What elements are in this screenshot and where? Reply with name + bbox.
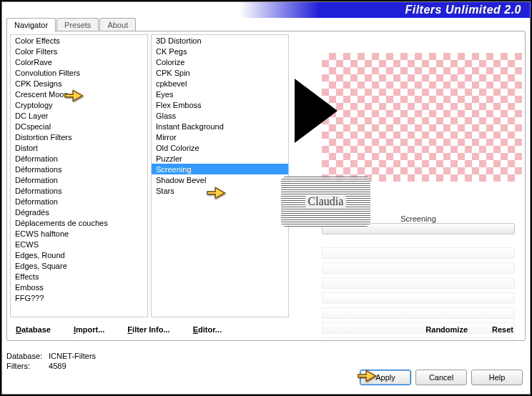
filter-item[interactable]: Glass: [152, 110, 288, 121]
parameter-row: Screening: [322, 214, 515, 243]
filter-info-link[interactable]: Filter Info...: [123, 323, 174, 336]
category-item[interactable]: Effects: [11, 271, 147, 282]
category-item[interactable]: CPK Designs: [11, 78, 147, 89]
category-item[interactable]: Déformation: [11, 153, 147, 164]
param-placeholder: [322, 247, 515, 259]
category-item[interactable]: ECWS: [11, 239, 147, 249]
reset-link[interactable]: Reset: [488, 323, 518, 336]
randomize-link[interactable]: Randomize: [421, 323, 472, 336]
category-list[interactable]: Color EffectsColor FiltersColorRaveConvo…: [10, 34, 148, 317]
link-button-row-left: Database Import... Filter Info... Editor…: [11, 323, 226, 336]
filter-list[interactable]: 3D DistortionCK PegsColorizeCPK Spincpkb…: [151, 34, 289, 317]
filter-item[interactable]: Screening: [152, 164, 288, 174]
category-item[interactable]: Crescent Moon: [11, 89, 147, 99]
import-link[interactable]: Import...: [69, 323, 109, 336]
status-filters-value: 4589: [49, 362, 66, 370]
database-link[interactable]: Database: [11, 323, 55, 336]
parameter-slider[interactable]: [322, 223, 515, 234]
filter-item[interactable]: CK Pegs: [152, 46, 288, 56]
param-placeholder: [322, 262, 515, 274]
app-title: Filters Unlimited 2.0: [405, 4, 521, 16]
category-item[interactable]: Cryptology: [11, 99, 147, 110]
title-bar: Filters Unlimited 2.0: [2, 2, 530, 18]
param-placeholder: [322, 277, 515, 289]
filter-item[interactable]: Mirror: [152, 132, 288, 142]
category-item[interactable]: ECWS halftone: [11, 228, 147, 239]
category-item[interactable]: Edges, Square: [11, 260, 147, 271]
filter-item[interactable]: Stars: [152, 185, 288, 196]
status-filters-label: Filters:: [6, 361, 46, 371]
window-frame: Filters Unlimited 2.0 Navigator Presets …: [1, 1, 531, 395]
status-db-label: Database:: [6, 351, 46, 361]
category-item[interactable]: Color Filters: [11, 46, 147, 56]
dialog-buttons: Apply Cancel Help: [360, 370, 523, 385]
status-db-value: ICNET-Filters: [49, 352, 96, 360]
category-item[interactable]: Distortion Filters: [11, 132, 147, 142]
filter-item[interactable]: Instant Background: [152, 121, 288, 132]
tab-strip: Navigator Presets About: [6, 18, 137, 32]
category-item[interactable]: Déformation: [11, 174, 147, 185]
tab-navigator[interactable]: Navigator: [6, 18, 56, 32]
param-placeholder: [322, 337, 515, 341]
lists-container: Color EffectsColor FiltersColorRaveConvo…: [10, 34, 289, 317]
category-item[interactable]: Convolution Filters: [11, 67, 147, 78]
category-item[interactable]: Emboss: [11, 282, 147, 292]
filter-item[interactable]: Old Colorize: [152, 142, 288, 153]
category-item[interactable]: DC Layer: [11, 110, 147, 121]
preview-checker: [322, 53, 522, 182]
tab-about[interactable]: About: [99, 18, 136, 32]
cancel-button[interactable]: Cancel: [415, 370, 467, 385]
navigator-panel: Color EffectsColor FiltersColorRaveConvo…: [6, 31, 526, 341]
filter-item[interactable]: Shadow Bevel: [152, 174, 288, 185]
category-item[interactable]: ColorRave: [11, 56, 147, 67]
filter-item[interactable]: cpkbevel: [152, 78, 288, 89]
preview-triangle-overlay: [295, 79, 338, 143]
category-item[interactable]: Dégradés: [11, 207, 147, 217]
filter-item[interactable]: Eyes: [152, 89, 288, 99]
apply-button[interactable]: Apply: [360, 370, 411, 385]
category-item[interactable]: FFG???: [11, 292, 147, 303]
category-item[interactable]: Distort: [11, 142, 147, 153]
filter-item[interactable]: Puzzler: [152, 153, 288, 164]
tab-presets[interactable]: Presets: [56, 18, 99, 32]
help-button[interactable]: Help: [471, 370, 523, 385]
filter-item[interactable]: Flex Emboss: [152, 99, 288, 110]
param-placeholder: [322, 307, 515, 319]
parameter-label: Screening: [322, 214, 515, 223]
link-button-row-right: Randomize Reset: [421, 323, 518, 336]
filter-item[interactable]: Colorize: [152, 56, 288, 67]
param-placeholder: [322, 292, 515, 304]
category-item[interactable]: Déformations: [11, 185, 147, 196]
category-item[interactable]: Déformation: [11, 196, 147, 207]
category-item[interactable]: Color Effects: [11, 35, 147, 46]
preview-area: [322, 53, 522, 182]
status-bar: Database: ICNET-Filters Filters: 4589: [6, 351, 96, 371]
category-item[interactable]: DCspecial: [11, 121, 147, 132]
category-item[interactable]: Déplacements de couches: [11, 217, 147, 228]
editor-link[interactable]: Editor...: [189, 323, 226, 336]
filter-item[interactable]: 3D Distortion: [152, 35, 288, 46]
category-item[interactable]: Edges, Round: [11, 249, 147, 260]
filter-item[interactable]: CPK Spin: [152, 67, 288, 78]
category-item[interactable]: Déformations: [11, 164, 147, 174]
